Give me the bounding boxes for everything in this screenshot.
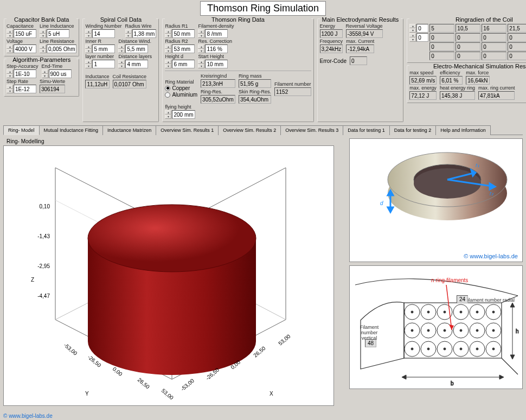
stepacc-input[interactable]: ▴▾1E-10 bbox=[7, 69, 39, 78]
errorcode-value: 0 bbox=[350, 56, 367, 65]
kreisring-value: 213,3nH bbox=[201, 79, 235, 88]
maxenergy-value: 72,12 J bbox=[409, 91, 437, 100]
up-icon[interactable]: ▴ bbox=[40, 29, 46, 34]
steprate-input[interactable]: ▴▾1E-12 bbox=[7, 85, 36, 93]
down-icon[interactable]: ▾ bbox=[40, 34, 46, 38]
r1-input[interactable]: ▴▾50 mm bbox=[165, 29, 195, 38]
svg-point-25 bbox=[444, 311, 446, 313]
up-icon[interactable]: ▴ bbox=[7, 29, 13, 34]
tab-overview1[interactable]: Overview Sim. Results 1 bbox=[156, 125, 219, 135]
y-tick: -53,00 bbox=[63, 342, 79, 357]
freq-value: 3,24kHz bbox=[320, 44, 343, 53]
innerr-input[interactable]: ▴▾5 mm bbox=[85, 44, 115, 53]
material-aluminium-radio[interactable]: Aluminium bbox=[165, 92, 197, 98]
z-tick: -4,47 bbox=[37, 293, 50, 299]
tab-testing1[interactable]: Data for testing 1 bbox=[343, 125, 390, 135]
maxforce-value: 16,64kN bbox=[466, 76, 489, 85]
x-tick: -53,00 bbox=[179, 378, 195, 392]
r2-input[interactable]: ▴▾53 mm bbox=[165, 44, 195, 53]
thomson-ring-panel: Thomson Ring Data Radius R1 ▴▾50 mm Fila… bbox=[162, 18, 313, 122]
down-icon[interactable]: ▾ bbox=[40, 49, 46, 53]
capacitance-label: Capacitance bbox=[7, 23, 36, 29]
up-icon[interactable]: ▴ bbox=[7, 44, 13, 49]
svg-text:h: h bbox=[516, 328, 519, 334]
material-copper-radio[interactable]: Copper bbox=[165, 85, 197, 91]
flyingheight-input[interactable]: ▴▾200 mm bbox=[165, 110, 195, 119]
maxspeed-value: 52,69 m/s bbox=[409, 76, 437, 85]
svg-point-33 bbox=[411, 329, 413, 332]
svg-point-47 bbox=[427, 348, 429, 350]
rescorr-input[interactable]: ▴▾116 % bbox=[198, 44, 232, 53]
radiuswire-input[interactable]: ▴▾1,38 mm bbox=[125, 29, 157, 38]
svg-point-35 bbox=[427, 329, 429, 332]
ring-legend: Thomson Ring Data bbox=[165, 16, 311, 23]
ring-3d-plot[interactable]: Z 0,10 -1,43 -2,95 -4,47 Y X -53,00 -26,… bbox=[3, 145, 334, 406]
endtime-input[interactable]: ▴▾900 us bbox=[42, 69, 72, 78]
grid-cell: 0 bbox=[456, 33, 480, 42]
capacitance-input[interactable]: ▴▾150 uF bbox=[7, 29, 36, 38]
stepacc-label: Step-Accuracy bbox=[7, 63, 39, 69]
svg-point-21 bbox=[411, 311, 413, 313]
tab-mutual-inductance[interactable]: Mutual Inductance Fitting bbox=[39, 125, 104, 135]
grid-cell: 0 bbox=[456, 42, 480, 51]
ringmass-value: 51,95 g bbox=[239, 79, 271, 88]
grid-cell: 0 bbox=[456, 52, 480, 60]
down-icon[interactable]: ▾ bbox=[7, 49, 13, 53]
grid-cell: 0 bbox=[508, 33, 526, 42]
winding-input[interactable]: ▴▾14 bbox=[85, 29, 121, 38]
capacitor-legend: Capacitor Bank Data bbox=[7, 16, 76, 23]
algorithm-panel: Algorithm-Parameters Step-Accuracy ▴▾1E-… bbox=[4, 59, 79, 97]
svg-point-49 bbox=[444, 348, 446, 350]
z-tick: 0,10 bbox=[40, 203, 50, 209]
tab-ring-model[interactable]: Ring- Model bbox=[3, 125, 40, 135]
ring-geometry-figure: r₁ r₂ d © www.bigel-labs.de bbox=[349, 138, 523, 262]
svg-point-27 bbox=[460, 311, 462, 313]
svg-text:r₁: r₁ bbox=[476, 162, 479, 168]
svg-marker-64 bbox=[510, 355, 515, 359]
svg-point-43 bbox=[492, 329, 495, 332]
algo-legend: Algorithm-Parameters bbox=[7, 56, 76, 63]
filamentdensity-input[interactable]: ▴▾8 /mm bbox=[198, 29, 234, 38]
grid-cell: 0 bbox=[429, 33, 454, 42]
grid-cell: 0 bbox=[482, 52, 506, 60]
distwind-input[interactable]: ▴▾5,5 mm bbox=[118, 44, 151, 53]
heightd-input[interactable]: ▴▾6 mm bbox=[165, 60, 195, 68]
distlayer-input[interactable]: ▴▾4 mm bbox=[118, 60, 152, 68]
filament-radial-label: Filament number radial bbox=[465, 297, 515, 303]
svg-marker-59 bbox=[402, 375, 406, 379]
svg-text:d: d bbox=[380, 200, 383, 206]
down-icon[interactable]: ▾ bbox=[7, 34, 13, 38]
coil-ringradien-panel: Ringradien of the Coil ▴▾0 5 10,5 16 21,… bbox=[407, 18, 526, 63]
voltage-input[interactable]: ▴▾4000 V bbox=[7, 44, 36, 53]
z-axis-label: Z bbox=[31, 277, 34, 283]
energy-value: 1200 J bbox=[320, 29, 343, 38]
layer-input[interactable]: ▴▾1 bbox=[85, 60, 115, 68]
filament-title: n ring-filaments bbox=[431, 277, 468, 283]
inductance-value: 11,12uH bbox=[85, 80, 109, 88]
svg-text:r₂: r₂ bbox=[490, 190, 494, 196]
capacitor-bank-panel: Capacitor Bank Data Capacitance ▴▾150 uF… bbox=[4, 18, 79, 56]
startheight-input[interactable]: ▴▾10 mm bbox=[198, 60, 228, 68]
grid-side0-input[interactable]: ▴▾0 bbox=[409, 24, 428, 33]
tab-testing2[interactable]: Data for testing 2 bbox=[389, 125, 437, 135]
filament-figure: n ring-filaments b h Filament number rad… bbox=[349, 265, 523, 389]
up-icon[interactable]: ▴ bbox=[40, 44, 46, 49]
tab-help[interactable]: Help and Information bbox=[435, 125, 491, 135]
footer-link[interactable]: © www.bigel-labs.de bbox=[3, 413, 53, 419]
tab-overview2[interactable]: Overview Sim. Results 2 bbox=[218, 125, 281, 135]
tab-overview3[interactable]: Overview Sim. Results 3 bbox=[280, 125, 343, 135]
y-tick: 26,50 bbox=[137, 377, 151, 390]
maxcurrent-value: -12,94kA bbox=[346, 44, 374, 53]
copyright-link[interactable]: © www.bigel-labs.de bbox=[464, 253, 518, 259]
grid-side1-input[interactable]: ▴▾0 bbox=[409, 33, 428, 42]
grid-cell: 0 bbox=[482, 42, 506, 51]
grid-cell: 16 bbox=[482, 24, 506, 33]
lineinductance-input[interactable]: ▴▾5 uH bbox=[40, 29, 74, 38]
plot-title: Ring- Modelling bbox=[7, 138, 346, 144]
tab-inductance-matrizen[interactable]: Inductance Matrizen bbox=[102, 125, 156, 135]
lineresistance-input[interactable]: ▴▾0,005 Ohm bbox=[40, 44, 76, 53]
svg-point-39 bbox=[460, 329, 462, 332]
svg-point-29 bbox=[476, 311, 478, 313]
svg-text:b: b bbox=[451, 380, 454, 386]
grid-cell: 10,5 bbox=[456, 24, 480, 33]
